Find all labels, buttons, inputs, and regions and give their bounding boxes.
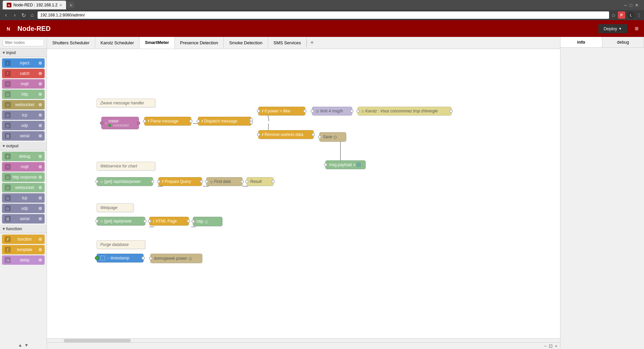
filter-nodes-input[interactable] <box>3 39 44 46</box>
sidebar-item-udp-in[interactable]: ◇ udp <box>2 121 45 130</box>
node-find-data[interactable]: ◇ Find data <box>206 177 243 186</box>
star-btn[interactable]: ☆ <box>611 12 616 18</box>
tab-smartmeter[interactable]: SmartMeter <box>140 37 175 49</box>
sidebar-item-template[interactable]: { template <box>2 245 45 254</box>
browser-tab[interactable]: N Node-RED : 192.168.1.2 ✕ <box>3 1 66 9</box>
tab-sms-services[interactable]: SMS Services <box>268 37 307 49</box>
node-msg-payload[interactable]: msg.payload ≡ <box>325 160 366 169</box>
comment-webpage[interactable]: Webpage <box>97 203 133 212</box>
sidebar-item-mqtt-in[interactable]: ~ mqtt <box>2 79 45 89</box>
back-btn[interactable]: ‹ <box>3 12 9 18</box>
tab-karotz-scheduler[interactable]: Karotz Scheduler <box>95 37 140 49</box>
canvas-footer: − ⊡ + <box>47 342 560 349</box>
zoom-fit-btn[interactable]: ⊡ <box>549 343 553 349</box>
sidebar-filter[interactable] <box>0 37 47 49</box>
comment-purge[interactable]: Purge database <box>97 240 145 249</box>
profile-btn[interactable]: L <box>627 11 635 19</box>
sidebar-item-catch[interactable]: ! catch <box>2 69 45 78</box>
function-dispatch-icon: f <box>202 119 203 123</box>
sidebar-item-websocket-out[interactable]: ◇ websocket <box>2 183 45 192</box>
node-http-out[interactable]: http ◇ <box>193 217 222 226</box>
tab-presence-detection[interactable]: Presence Detection <box>175 37 224 49</box>
tab-close-btn[interactable]: ✕ <box>59 3 62 7</box>
zoom-in-btn[interactable]: + <box>555 343 557 349</box>
scroll-down-btn[interactable]: ▼ <box>24 343 29 348</box>
hamburger-icon: ≡ <box>635 25 639 32</box>
sidebar-item-delay[interactable]: ◷ delay <box>2 255 45 265</box>
url-bar[interactable]: 192.168.1.2:8080/admin/ <box>38 11 609 19</box>
deploy-label: Deploy <box>604 26 617 31</box>
mqtt-node-icon: ~ <box>105 121 107 125</box>
comment-zwave[interactable]: Zwave message handler <box>97 99 155 107</box>
node-if-power[interactable]: f if power > 8kw <box>258 107 305 115</box>
node-limit[interactable]: ◷ limit 4 msg/h <box>312 107 352 115</box>
scrollbar-thumb[interactable] <box>64 339 131 342</box>
timestamp-port-left <box>95 256 99 260</box>
sidebar-item-serial-in[interactable]: ||| serial <box>2 131 45 141</box>
refresh-btn[interactable]: ↻ <box>20 12 27 18</box>
home-btn[interactable]: ⌂ <box>29 12 36 18</box>
sidebar-item-debug[interactable]: ≡ debug <box>2 152 45 161</box>
sidebar-item-inject[interactable]: ↓ inject <box>2 58 45 68</box>
sidebar-item-websocket-in[interactable]: ◇ websocket <box>2 100 45 109</box>
scroll-up-btn[interactable]: ▲ <box>18 343 22 348</box>
new-tab-btn[interactable]: + <box>67 2 74 8</box>
sidebar-item-tcp-out[interactable]: ◇ tcp <box>2 193 45 203</box>
extension-btn[interactable]: P <box>618 11 625 19</box>
sidebar-item-label: websocket <box>11 102 39 107</box>
sidebar-item-function[interactable]: f function <box>2 235 45 244</box>
horizontal-scrollbar[interactable] <box>47 338 560 342</box>
udp-out-icon: ◇ <box>5 205 11 211</box>
deploy-button[interactable]: Deploy ▼ <box>598 24 627 33</box>
node-timestamp[interactable]: → timestamp <box>97 254 144 262</box>
node-get-api-data-power[interactable]: ◇ [get] /api/data/power <box>97 177 153 186</box>
panel-tab-debug[interactable]: debug <box>602 37 644 47</box>
sidebar-item-label: tcp <box>11 113 39 117</box>
dispatch-port-left <box>197 119 200 123</box>
getapi-port-right <box>151 180 154 183</box>
sidebar-item-http-in[interactable]: ◇ http <box>2 90 45 99</box>
comment-webservice[interactable]: Webservice for chart <box>97 162 155 170</box>
nr-menu-button[interactable]: ≡ <box>635 25 639 33</box>
maximize-btn[interactable]: □ <box>630 3 632 8</box>
node-domogeeek[interactable]: domogeeek power ◇ <box>150 254 202 263</box>
delay-port-icon <box>39 258 42 262</box>
node-karotz[interactable]: ◇ Karotz : Vous consommez trop d'énergie <box>358 107 451 115</box>
sidebar-item-tcp-in[interactable]: ◇ tcp <box>2 110 45 120</box>
node-save[interactable]: Save ◇ <box>319 132 346 142</box>
sidebar-item-http-response[interactable]: ◇ http response <box>2 172 45 182</box>
node-remove-useless[interactable]: f Remove useless data <box>258 130 314 139</box>
node-meter[interactable]: ~ meter connected <box>101 117 139 129</box>
forward-btn[interactable]: › <box>11 12 18 18</box>
minimize-btn[interactable]: ─ <box>624 3 627 8</box>
node-result[interactable]: Result <box>247 177 273 186</box>
remove-port-left <box>257 133 260 136</box>
panel-tab-info[interactable]: info <box>560 37 602 47</box>
node-dispatch-message[interactable]: f Dispatch message <box>198 117 252 126</box>
sidebar-section-input-header[interactable]: ▾ input <box>0 49 47 57</box>
node-prepare-query[interactable]: f Prepare Query <box>158 177 202 186</box>
menu-dots-btn[interactable]: ⋮ <box>637 12 641 18</box>
tab-shutters-scheduler[interactable]: Shutters Scheduler <box>47 37 95 49</box>
flow-canvas[interactable]: Zwave message handler ~ meter connected … <box>47 49 560 338</box>
sidebar-item-mqtt-out[interactable]: ~ mqtt <box>2 162 45 171</box>
sidebar-section-function-header[interactable]: ▾ function <box>0 225 47 233</box>
close-btn[interactable]: ✕ <box>635 3 639 8</box>
sidebar-item-serial-out[interactable]: ||| serial <box>2 214 45 223</box>
mqtt-out-icon: ~ <box>5 164 11 170</box>
sidebar-item-udp-out[interactable]: ◇ udp <box>2 204 45 213</box>
nr-logo: N Node-RED <box>5 24 51 33</box>
node-label: Prepare Query <box>165 179 191 184</box>
sidebar-item-label: template <box>11 247 39 252</box>
add-tab-button[interactable]: + <box>307 39 317 46</box>
node-html-page[interactable]: { HTML Page <box>149 217 189 226</box>
node-get-api-power[interactable]: ◇ [get] /api/power <box>97 217 145 226</box>
meter-port-left <box>100 121 103 125</box>
zoom-out-btn[interactable]: − <box>544 343 547 349</box>
debug-icon: ≡ <box>5 153 11 159</box>
tab-smoke-detection[interactable]: Smoke Detection <box>224 37 268 49</box>
node-parse-message[interactable]: f Parse message <box>144 117 191 126</box>
function-port-icon <box>39 238 42 241</box>
browser-controls: ‹ › ↻ ⌂ 192.168.1.2:8080/admin/ ☆ P L ⋮ <box>0 10 644 20</box>
sidebar-section-output-header[interactable]: ▾ output <box>0 142 47 150</box>
